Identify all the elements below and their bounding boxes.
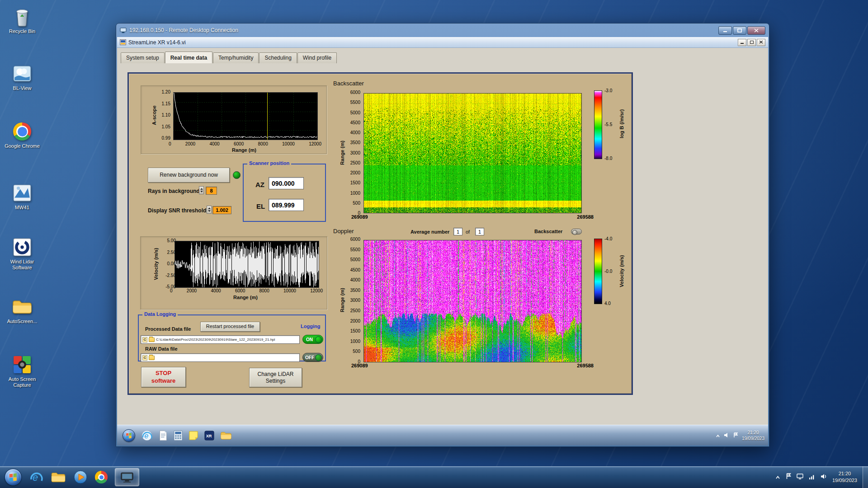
desktop-icon-google-chrome[interactable]: Google Chrome (3, 121, 42, 149)
desktop-icon-auto-screen-capture[interactable]: Auto Screen Capture (3, 354, 42, 388)
backscatter-toggle[interactable] (571, 229, 582, 235)
remote-clock[interactable]: 21:20 19/09/2023 (742, 430, 764, 441)
host-clock[interactable]: 21:20 19/09/2023 (832, 470, 857, 484)
backscatter-colorbar-label: log B (/m/sr) (618, 97, 625, 151)
taskbar-chrome-icon[interactable] (95, 471, 108, 483)
velocity-x-tick: 6000 (235, 288, 245, 293)
doppler-heatmap (363, 240, 582, 362)
remote-notepad-icon[interactable] (159, 430, 168, 441)
desktop-icon-recycle-bin[interactable]: Recycle Bin (3, 6, 42, 34)
taskbar-wmp-icon[interactable] (73, 470, 88, 484)
snr-spinner[interactable] (207, 206, 212, 214)
doppler-y-ticks: 6000550050004500400035003000250020001500… (338, 237, 360, 364)
backscatter-y-tick: 1500 (350, 181, 360, 185)
doppler-x-tick: 269089 (351, 363, 368, 368)
doppler-y-tick: 6000 (350, 237, 360, 242)
processed-data-file-field[interactable]: C C:\LidarA\Data\Proc\2023\202309\202309… (141, 335, 300, 344)
restart-processed-file-button[interactable]: Restart processed file (200, 322, 260, 332)
remote-xr-app-icon[interactable]: XR (204, 431, 214, 441)
tray-volume-icon[interactable] (821, 473, 827, 481)
average-of-field[interactable]: 1 (475, 228, 484, 235)
ascope-y-tick: 1.05 (162, 125, 170, 129)
app-minimize-button[interactable] (738, 39, 746, 46)
taskbar-ie-icon[interactable]: e (29, 470, 43, 484)
backscatter-colorbar-tick: -3.0 (604, 89, 612, 93)
remote-sticky-notes-icon[interactable] (189, 431, 198, 441)
raw-logging-toggle[interactable]: OFF (302, 353, 323, 362)
change-lidar-settings-button[interactable]: Change LiDAR Settings (249, 368, 302, 387)
backscatter-y-tick: 5500 (350, 100, 360, 105)
backscatter-y-tick: 6000 (350, 90, 360, 95)
svg-text:e: e (33, 472, 38, 483)
ascope-y-tick: 1.20 (162, 90, 170, 94)
processed-logging-toggle[interactable]: ON (302, 335, 323, 344)
rays-spinner[interactable] (199, 186, 204, 194)
app-titlebar[interactable]: StreamLine XR v14-6.vi (117, 37, 768, 48)
backscatter-x-tick: 269588 (577, 214, 594, 220)
backscatter-heatmap (363, 93, 582, 213)
tray-network-icon[interactable] (809, 473, 815, 481)
desktop-icon-label: BL-View (3, 85, 42, 91)
ascope-y-tick: 0.99 (162, 136, 170, 141)
doppler-y-tick: 3500 (350, 288, 360, 293)
desktop-icon-wind-lidar-software[interactable]: Wind Lidar Software (3, 237, 42, 270)
folder-browse-icon[interactable] (149, 356, 155, 360)
svg-text:e: e (144, 431, 148, 439)
tray-flag-icon[interactable] (786, 473, 791, 481)
desktop-icon-bl-view[interactable]: BL-View (3, 63, 42, 91)
show-desktop-button[interactable] (863, 466, 868, 488)
ascope-x-tick: 10000 (282, 141, 295, 146)
chrome-icon (12, 121, 33, 142)
doppler-y-tick: 1000 (350, 339, 360, 344)
tray-chevron-icon[interactable] (775, 473, 780, 481)
renew-background-button[interactable]: Renew background now (148, 168, 230, 183)
app-close-button[interactable] (757, 39, 765, 46)
tray-monitor-icon[interactable] (797, 473, 803, 481)
rdp-close-button[interactable] (747, 26, 765, 35)
remote-session-area: StreamLine XR v14-6.vi System setup Real… (117, 37, 768, 446)
rays-value-field[interactable]: 8 (206, 187, 217, 195)
rdp-maximize-button[interactable] (733, 26, 746, 35)
average-number-field[interactable]: 1 (453, 228, 462, 235)
desktop: Recycle Bin BL-View Google Chrome MW41 W… (0, 0, 868, 488)
ascope-y-tick: 1.10 (162, 113, 170, 117)
doppler-colorbar-label: Velocity (m/s) (618, 244, 625, 298)
desktop-icon-label: MW41 (3, 205, 42, 211)
rdp-titlebar[interactable]: 192.168.0.150 - Remote Desktop Connectio… (116, 23, 769, 37)
on-toggle-label: ON (306, 337, 313, 342)
backscatter-y-tick: 2500 (350, 161, 360, 165)
host-start-button[interactable] (5, 469, 22, 486)
snr-value-field[interactable]: 1.002 (212, 206, 231, 214)
windows-flag-icon (8, 472, 18, 482)
stop-software-button[interactable]: STOP software (141, 367, 186, 387)
app-maximize-button[interactable] (747, 39, 756, 46)
tab-temp-humidity[interactable]: Temp/humidity (213, 52, 259, 63)
taskbar-explorer-icon[interactable] (51, 471, 66, 483)
ascope-x-tick: 0 (169, 141, 171, 146)
rdp-minimize-button[interactable] (718, 26, 732, 35)
remote-flag-icon[interactable] (733, 432, 738, 440)
snr-threshold-label: Display SNR threshold (148, 207, 206, 214)
desktop-icon-autoscreen[interactable]: AutoScreen... (3, 296, 42, 324)
desktop-icon-label: Recycle Bin (3, 28, 42, 34)
tab-system-setup[interactable]: System setup (121, 52, 165, 63)
remote-calculator-icon[interactable] (174, 430, 183, 441)
taskbar-rdp-button[interactable] (115, 468, 139, 486)
remote-ie-icon[interactable]: e (141, 430, 153, 441)
desktop-icon-mw41[interactable]: MW41 (3, 183, 42, 211)
scanner-position-box: Scanner position AZ 090.000 EL 089.999 (243, 164, 326, 222)
tab-real-time-data[interactable]: Real time data (165, 52, 212, 63)
folder-browse-icon[interactable] (149, 338, 155, 342)
doppler-y-tick: 1500 (350, 329, 360, 333)
remote-start-button[interactable] (123, 429, 135, 442)
tab-scheduling[interactable]: Scheduling (259, 52, 297, 63)
el-value-field[interactable]: 089.999 (269, 199, 304, 211)
tab-wind-profile[interactable]: Wind profile (297, 52, 337, 63)
remote-volume-icon[interactable] (724, 432, 730, 440)
remote-folder-icon[interactable] (220, 431, 232, 440)
remote-tray-chevron-icon[interactable] (716, 432, 720, 440)
average-of-label: of (466, 229, 470, 235)
az-value-field[interactable]: 090.000 (269, 177, 304, 189)
raw-data-file-field[interactable]: C (141, 353, 300, 362)
ascope-x-tick: 8000 (258, 141, 268, 146)
